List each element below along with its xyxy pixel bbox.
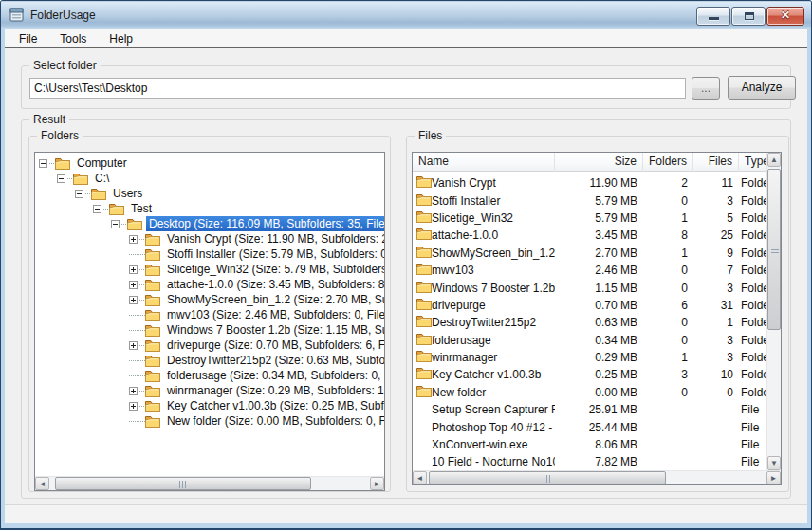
tree-node[interactable]: Stoffi Installer (Size: 5.79 MB, Subfold… (35, 247, 384, 262)
tree-node[interactable]: folderusage (Size: 0.34 MB, Subfolders: … (35, 368, 384, 383)
tree-connector (129, 315, 145, 316)
tree-hscroll-thumb[interactable] (55, 477, 311, 490)
file-cell-folders: 0 (643, 334, 693, 347)
files-hscroll-thumb[interactable] (429, 471, 666, 484)
menu-bar: File Tools Help (5, 29, 807, 48)
file-cell-type: Folder (739, 316, 767, 329)
file-row[interactable]: Stoffi Installer5.79 MB03Folder (413, 192, 767, 209)
files-vscroll-thumb[interactable] (767, 169, 781, 330)
file-row[interactable]: New folder0.00 MB00Folder (413, 384, 767, 401)
file-cell-files: 3 (693, 334, 739, 347)
tree-node-label: Vanish Crypt (Size: 11.90 MB, Subfolders… (164, 231, 384, 247)
tree-connector (129, 375, 145, 376)
tree-node[interactable]: Test (35, 201, 384, 216)
file-cell-size: 2.46 MB (555, 264, 643, 277)
menu-file[interactable]: File (10, 30, 46, 47)
folder-icon (145, 264, 160, 276)
scroll-right-icon[interactable]: ► (370, 477, 384, 490)
file-cell-size: 11.90 MB (555, 176, 643, 190)
file-row[interactable]: Windows 7 Booster 1.2b1.15 MB03Folder (413, 279, 767, 296)
tree-node[interactable]: Users (35, 186, 384, 201)
file-cell-size: 3.45 MB (555, 228, 643, 242)
expand-plus-icon[interactable] (129, 341, 138, 350)
tree-node[interactable]: Windows 7 Booster 1.2b (Size: 1.15 MB, S… (35, 322, 384, 338)
menu-tools[interactable]: Tools (51, 30, 95, 47)
folder-icon (145, 294, 160, 306)
collapse-minus-icon[interactable] (93, 205, 102, 213)
menu-help[interactable]: Help (101, 30, 141, 47)
scroll-left-icon[interactable]: ◄ (413, 471, 427, 484)
file-row[interactable]: Vanish Crypt11.90 MB211Folder (413, 174, 767, 192)
file-row[interactable]: Setup Screen Capturer Re...25.91 MBFile (413, 401, 767, 418)
file-row[interactable]: ShowMyScreen_bin_1.22.70 MB19Folder (413, 245, 767, 262)
file-cell-files: 3 (693, 194, 739, 208)
column-header-type[interactable]: Type (739, 153, 767, 172)
scroll-down-icon[interactable]: ▼ (767, 456, 781, 470)
expand-plus-icon[interactable] (129, 296, 138, 304)
file-row[interactable]: Key Catcher v1.00.3b0.25 MB310Folder (413, 366, 767, 383)
file-row[interactable]: Photoshop Top 40 #12 - C...25.44 MBFile (413, 418, 767, 435)
column-header-files[interactable]: Files (693, 153, 739, 172)
minimize-icon (709, 17, 719, 20)
expand-plus-icon[interactable] (129, 281, 138, 289)
tree-node[interactable]: winrmanager (Size: 0.29 MB, Subfolders: … (35, 383, 384, 398)
file-cell-name: mwv103 (432, 264, 555, 277)
tree-node-label: Windows 7 Booster 1.2b (Size: 1.15 MB, S… (164, 322, 384, 338)
file-row[interactable]: drivepurge0.70 MB631Folder (413, 297, 767, 314)
browse-button[interactable]: ... (692, 77, 720, 100)
column-header-name[interactable]: Name (413, 153, 555, 172)
expand-plus-icon[interactable] (129, 387, 138, 395)
tree-node[interactable]: Vanish Crypt (Size: 11.90 MB, Subfolders… (35, 231, 384, 247)
collapse-minus-icon[interactable] (111, 220, 120, 228)
minimize-button[interactable] (696, 7, 730, 26)
folder-icon (416, 385, 432, 397)
tree-node[interactable]: Computer (35, 155, 384, 171)
folder-path-input[interactable] (29, 78, 686, 99)
file-row[interactable]: folderusage0.34 MB03Folder (413, 332, 767, 349)
folder-icon (416, 193, 432, 206)
tree-node[interactable]: mwv103 (Size: 2.46 MB, Subfolders: 0, Fi… (35, 307, 384, 322)
tree-horizontal-scrollbar[interactable]: ◄ ► (35, 476, 384, 490)
tree-node[interactable]: attache-1.0.0 (Size: 3.45 MB, Subfolders… (35, 277, 384, 292)
file-cell-folders: 6 (643, 299, 693, 312)
file-row[interactable]: DestroyTwitter215p20.63 MB01Folder (413, 314, 767, 331)
tree-node[interactable]: C:\ (35, 171, 384, 186)
file-row[interactable]: Slicetige_Win325.79 MB15Folder (413, 210, 767, 227)
files-horizontal-scrollbar[interactable]: ◄ ► (413, 470, 781, 484)
file-row[interactable]: attache-1.0.03.45 MB825Folder (413, 227, 767, 244)
file-cell-size: 5.79 MB (555, 194, 643, 208)
file-cell-name: Setup Screen Capturer Re... (432, 403, 555, 416)
file-cell-folders: 0 (643, 316, 693, 329)
expand-plus-icon[interactable] (129, 235, 138, 244)
tree-node[interactable]: Key Catcher v1.00.3b (Size: 0.25 MB, Sub… (35, 398, 384, 413)
tree-node[interactable]: DestroyTwitter215p2 (Size: 0.63 MB, Subf… (35, 353, 384, 368)
files-vertical-scrollbar[interactable]: ▲ ▼ (766, 153, 781, 470)
file-row[interactable]: XnConvert-win.exe8.06 MBFile (413, 436, 767, 453)
title-bar[interactable]: FolderUsage ✕ (1, 1, 811, 29)
scroll-up-icon[interactable]: ▲ (767, 153, 781, 167)
collapse-minus-icon[interactable] (57, 174, 65, 183)
expand-plus-icon[interactable] (129, 265, 138, 274)
tree-node[interactable]: Desktop (Size: 116.09 MB, Subfolders: 35… (35, 216, 384, 231)
file-row[interactable]: mwv1032.46 MB07Folder (413, 262, 767, 279)
file-cell-name: attache-1.0.0 (432, 228, 555, 242)
tree-node[interactable]: Slicetige_Win32 (Size: 5.79 MB, Subfolde… (35, 262, 384, 277)
select-folder-label: Select folder (29, 59, 101, 72)
scroll-left-icon[interactable]: ◄ (35, 477, 49, 490)
maximize-button[interactable] (731, 7, 766, 26)
scroll-right-icon[interactable]: ► (766, 471, 781, 484)
tree-connector (129, 254, 145, 255)
expand-plus-icon[interactable] (129, 402, 138, 411)
file-row[interactable]: 10 Field - Nocturne No10 I...7.82 MBFile (413, 453, 767, 470)
tree-node[interactable]: drivepurge (Size: 0.70 MB, Subfolders: 6… (35, 338, 384, 353)
analyze-button[interactable]: Analyze (728, 76, 796, 100)
collapse-minus-icon[interactable] (39, 159, 47, 168)
file-row[interactable]: winrmanager0.29 MB13Folder (413, 349, 767, 366)
file-cell-size: 0.25 MB (555, 368, 643, 381)
column-header-size[interactable]: Size (555, 153, 643, 172)
column-header-folders[interactable]: Folders (643, 153, 693, 172)
tree-node[interactable]: New folder (Size: 0.00 MB, Subfolders: 0… (35, 413, 384, 429)
tree-node[interactable]: ShowMyScreen_bin_1.2 (Size: 2.70 MB, Sub… (35, 292, 384, 307)
close-button[interactable]: ✕ (766, 7, 804, 26)
collapse-minus-icon[interactable] (75, 190, 83, 198)
